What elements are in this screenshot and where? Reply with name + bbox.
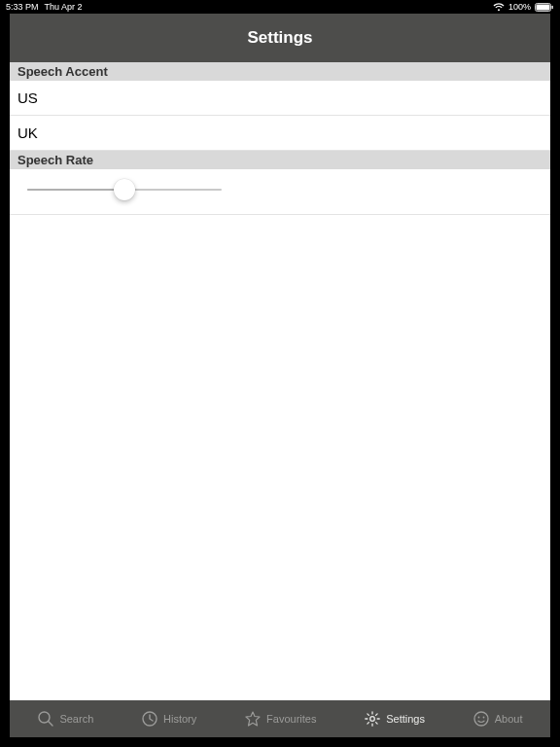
svg-line-4 xyxy=(49,722,52,726)
tab-label: History xyxy=(163,713,196,725)
content-area: Speech Accent US UK Speech Rate xyxy=(10,62,550,700)
speech-rate-row xyxy=(10,169,550,215)
svg-point-7 xyxy=(474,712,488,726)
slider-thumb[interactable] xyxy=(114,179,135,200)
tab-settings[interactable]: Settings xyxy=(364,710,425,728)
slider-fill xyxy=(27,189,124,191)
gear-icon xyxy=(364,710,381,728)
tab-history[interactable]: History xyxy=(141,710,196,728)
tab-favourites[interactable]: Favourites xyxy=(244,710,316,728)
battery-icon xyxy=(535,3,554,12)
accent-option-uk[interactable]: UK xyxy=(10,116,550,151)
page-title: Settings xyxy=(247,28,312,48)
accent-option-us[interactable]: US xyxy=(10,81,550,116)
clock-icon xyxy=(141,710,158,728)
wifi-icon xyxy=(493,3,505,12)
status-date: Thu Apr 2 xyxy=(45,2,83,12)
speech-rate-slider[interactable] xyxy=(27,179,222,200)
tab-label: Settings xyxy=(386,713,425,725)
search-icon xyxy=(37,710,54,728)
star-icon xyxy=(244,710,262,728)
status-bar: 5:33 PM Thu Apr 2 100% xyxy=(0,0,560,14)
svg-point-6 xyxy=(370,717,375,722)
status-time: 5:33 PM xyxy=(6,2,39,12)
tab-label: Favourites xyxy=(266,713,316,725)
app-window: Settings Speech Accent US UK Speech Rate xyxy=(10,14,550,737)
tab-search[interactable]: Search xyxy=(37,710,93,728)
tab-label: Search xyxy=(59,713,93,725)
svg-rect-2 xyxy=(552,5,553,8)
tab-about[interactable]: About xyxy=(472,710,523,728)
svg-point-8 xyxy=(477,717,479,719)
svg-rect-1 xyxy=(537,4,550,10)
face-icon xyxy=(472,710,490,728)
svg-point-9 xyxy=(482,717,484,719)
status-right: 100% xyxy=(493,2,554,12)
device-frame: 5:33 PM Thu Apr 2 100% Settings Speech A… xyxy=(0,0,560,747)
tab-label: About xyxy=(495,713,523,725)
status-left: 5:33 PM Thu Apr 2 xyxy=(6,2,83,12)
nav-bar: Settings xyxy=(10,14,550,62)
section-header-accent: Speech Accent xyxy=(10,62,550,81)
status-battery-percent: 100% xyxy=(508,2,531,12)
tab-bar: Search History Favourites Settings xyxy=(10,700,550,737)
section-header-rate: Speech Rate xyxy=(10,151,550,169)
